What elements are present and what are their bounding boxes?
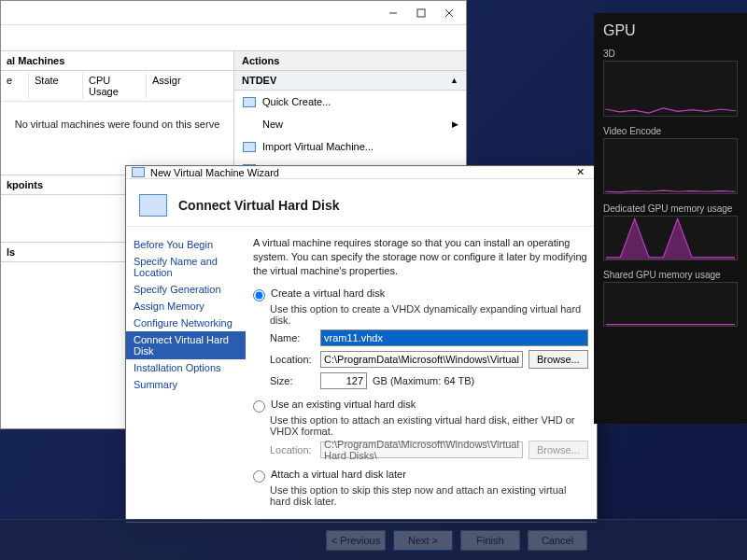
col-assigned[interactable]: Assigr — [147, 73, 233, 99]
window-titlebar — [1, 1, 466, 25]
action-quick-create[interactable]: Quick Create... — [234, 91, 466, 113]
name-label: Name: — [270, 332, 315, 343]
svg-rect-1 — [417, 9, 425, 17]
col-cpu[interactable]: CPU Usage — [83, 73, 147, 99]
import-icon — [242, 139, 257, 154]
nav-configure-networking[interactable]: Configure Networking — [126, 315, 246, 331]
size-suffix: GB (Maximum: 64 TB) — [373, 375, 474, 386]
option-create-vhd: Create a virtual hard disk Use this opti… — [253, 287, 588, 389]
minimize-button[interactable] — [380, 4, 406, 22]
size-label: Size: — [270, 375, 315, 386]
submenu-icon: ▶ — [452, 119, 458, 129]
monitor-icon — [242, 94, 257, 109]
blank-icon — [242, 117, 257, 132]
action-label: Import Virtual Machine... — [262, 141, 374, 152]
col-name[interactable]: e — [1, 73, 29, 99]
close-button[interactable] — [436, 4, 462, 22]
nav-summary[interactable]: Summary — [126, 376, 246, 393]
nav-connect-vhd[interactable]: Connect Virtual Hard Disk — [126, 331, 246, 359]
vhd-location-input[interactable] — [320, 351, 523, 368]
radio-attach-later[interactable] — [253, 470, 265, 483]
nav-assign-memory[interactable]: Assign Memory — [126, 298, 246, 315]
gpu-title: GPU — [603, 22, 738, 39]
gpu-shared-mem-label: Shared GPU memory usage — [603, 270, 738, 280]
wizard-content: A virtual machine requires storage so th… — [246, 227, 599, 522]
browse-button[interactable]: Browse... — [529, 350, 588, 369]
option-desc: Use this option to attach an existing vi… — [270, 414, 588, 437]
vm-columns: e State CPU Usage Assigr — [1, 71, 233, 102]
browse-button-disabled: Browse... — [529, 441, 588, 459]
option-desc: Use this option to create a VHDX dynamic… — [270, 303, 588, 326]
action-label: Quick Create... — [262, 96, 331, 107]
wizard-header: Connect Virtual Hard Disk — [126, 179, 597, 227]
wizard-titlebar: New Virtual Machine Wizard ✕ — [126, 166, 597, 179]
existing-location-readonly: C:\ProgramData\Microsoft\Windows\Virtual… — [320, 441, 523, 458]
action-label: New — [262, 119, 283, 130]
option-desc: Use this option to skip this step now an… — [270, 484, 588, 507]
vhd-name-input[interactable] — [320, 329, 588, 346]
option-label: Attach a virtual hard disk later — [271, 469, 406, 480]
action-import[interactable]: Import Virtual Machine... — [234, 135, 466, 158]
wizard-intro: A virtual machine requires storage so th… — [253, 236, 588, 278]
col-state[interactable]: State — [29, 73, 83, 99]
nav-specify-name[interactable]: Specify Name and Location — [126, 253, 246, 281]
maximize-button[interactable] — [408, 4, 434, 22]
close-button[interactable]: ✕ — [569, 166, 591, 178]
radio-existing-vhd[interactable] — [253, 400, 265, 413]
gpu-video-encode-chart — [603, 138, 738, 194]
gpu-shared-mem-chart — [603, 282, 738, 327]
taskbar[interactable] — [0, 519, 747, 560]
vm-empty-message: No virtual machines were found on this s… — [1, 102, 233, 147]
option-attach-later: Attach a virtual hard disk later Use thi… — [253, 469, 588, 507]
new-vm-wizard-dialog: New Virtual Machine Wizard ✕ Connect Vir… — [125, 165, 598, 520]
gpu-3d-chart — [603, 61, 738, 117]
location-label: Location: — [270, 354, 315, 365]
wizard-heading: Connect Virtual Hard Disk — [178, 198, 339, 213]
actions-header: Actions — [234, 51, 466, 71]
wizard-nav: Before You Begin Specify Name and Locati… — [126, 227, 246, 522]
gpu-monitor-panel: GPU 3D Video Encode Dedicated GPU memory… — [594, 13, 747, 424]
gpu-3d-label: 3D — [603, 49, 738, 59]
gpu-video-encode-label: Video Encode — [603, 126, 738, 136]
radio-create-vhd[interactable] — [253, 289, 265, 301]
actions-group[interactable]: NTDEV ▲ — [234, 71, 466, 91]
location-label: Location: — [270, 444, 315, 455]
action-new[interactable]: New ▶ — [234, 113, 466, 135]
wizard-page-icon — [139, 194, 167, 217]
gpu-dedicated-mem-label: Dedicated GPU memory usage — [603, 203, 738, 214]
vm-panel-header: al Machines — [1, 51, 233, 71]
actions-group-label: NTDEV — [242, 75, 276, 86]
collapse-icon: ▲ — [450, 76, 458, 85]
nav-before-you-begin[interactable]: Before You Begin — [126, 236, 246, 253]
option-label: Create a virtual hard disk — [271, 287, 385, 299]
wizard-title: New Virtual Machine Wizard — [150, 167, 279, 178]
option-label: Use an existing virtual hard disk — [271, 399, 416, 410]
toolbar — [1, 25, 466, 51]
nav-installation-options[interactable]: Installation Options — [126, 359, 246, 376]
option-existing-vhd: Use an existing virtual hard disk Use th… — [253, 399, 588, 459]
wizard-icon — [132, 167, 145, 177]
nav-specify-generation[interactable]: Specify Generation — [126, 281, 246, 298]
gpu-dedicated-mem-chart — [603, 216, 738, 260]
vhd-size-input[interactable] — [320, 372, 367, 389]
